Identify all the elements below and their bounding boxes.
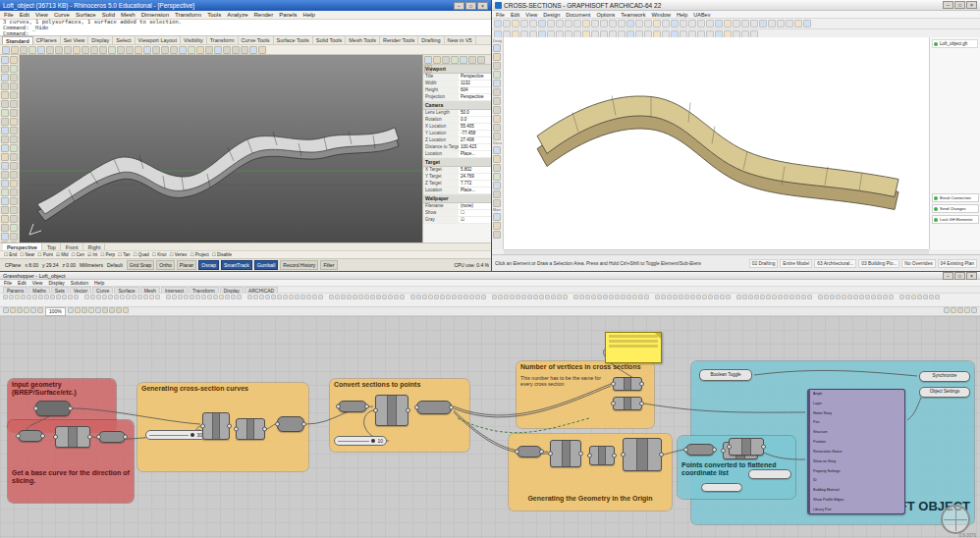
rhino-tool-icon[interactable] — [10, 215, 18, 223]
quick-option-dropdown[interactable]: 02 Drafting — [749, 259, 778, 268]
rhino-tool-icon[interactable] — [10, 65, 18, 73]
rhino-toolbar-tab[interactable]: Drafting — [418, 36, 444, 44]
grasshopper-component-icon[interactable] — [335, 295, 340, 299]
canvas-toolbar-icon[interactable] — [102, 307, 108, 313]
grasshopper-canvas[interactable]: Input geometry (BREP/Surface/etc.) Get a… — [0, 316, 980, 538]
contour-component[interactable] — [202, 412, 230, 440]
grasshopper-component-icon[interactable] — [516, 295, 520, 299]
grasshopper-component-icon[interactable] — [690, 295, 695, 299]
grasshopper-component-icon[interactable] — [32, 295, 37, 299]
archicad-menu-item[interactable]: Window — [651, 11, 671, 18]
rhino-tool-icon[interactable] — [10, 135, 18, 143]
grasshopper-component-icon[interactable] — [481, 295, 486, 299]
canvas-toolbar-icon[interactable] — [82, 307, 87, 313]
rhino-toolbar-tab[interactable]: Transform — [207, 36, 239, 44]
grasshopper-component-icon[interactable] — [96, 295, 101, 299]
grasshopper-component-icon[interactable] — [830, 295, 835, 299]
archicad-toolbar-icon[interactable] — [786, 20, 793, 27]
rhino-toolbar-icon[interactable] — [135, 46, 142, 54]
archicad-object-component[interactable]: AngleLayerHome StoryPenStructurePosition… — [807, 389, 905, 514]
archicad-toolbar-icon[interactable] — [794, 20, 802, 27]
grasshopper-component-icon[interactable] — [312, 295, 317, 299]
osnap-checkbox[interactable]: ☐ Knot — [152, 251, 167, 258]
rhino-tool-icon[interactable] — [1, 233, 9, 241]
archicad-toolbar-icon[interactable] — [724, 20, 732, 27]
archicad-toolbar-icon[interactable] — [715, 20, 723, 27]
grasshopper-component-icon[interactable] — [644, 295, 649, 299]
vector-component[interactable] — [589, 446, 615, 465]
grasshopper-component-icon[interactable] — [62, 295, 67, 299]
gh-file-item[interactable]: Loft_object.gh — [932, 39, 978, 48]
archicad-toolbar-icon[interactable] — [529, 20, 537, 27]
canvas-toolbar-icon[interactable] — [95, 307, 101, 313]
canvas-toolbar-icon[interactable] — [24, 307, 29, 313]
rhino-toolbar-icon[interactable] — [161, 46, 169, 54]
archicad-tool-icon[interactable] — [493, 133, 501, 140]
rhino-toolbar-icon[interactable] — [179, 46, 187, 54]
rhino-toolbar-icon[interactable] — [196, 46, 204, 54]
rhino-toolbar-icon[interactable] — [28, 46, 36, 54]
archicad-toolbar-icon[interactable] — [626, 20, 634, 27]
grasshopper-component-icon[interactable] — [585, 295, 590, 299]
grasshopper-component-icon[interactable] — [102, 295, 107, 299]
grasshopper-component-icon[interactable] — [68, 295, 73, 299]
rhino-tool-icon[interactable] — [1, 206, 9, 214]
archicad-toolbar-icon[interactable] — [512, 20, 519, 27]
grasshopper-component-icon[interactable] — [667, 295, 672, 299]
rhino-tool-icon[interactable] — [10, 100, 18, 108]
grasshopper-component-icon[interactable] — [108, 295, 113, 299]
grasshopper-component-icon[interactable] — [708, 295, 713, 299]
rhino-tool-icon[interactable] — [1, 162, 9, 170]
rhino-tool-icon[interactable] — [1, 188, 9, 196]
archicad-menu-item[interactable]: Teamwork — [621, 11, 645, 18]
grasshopper-component-icon[interactable] — [166, 295, 171, 299]
grasshopper-component-icon[interactable] — [207, 295, 212, 299]
distance-slider[interactable]: 30 — [145, 430, 206, 440]
rhino-tool-icon[interactable] — [10, 153, 18, 161]
rhino-toolbar-icon[interactable] — [214, 46, 222, 54]
grasshopper-component-icon[interactable] — [300, 295, 305, 299]
osnap-checkbox[interactable]: ☑ Mid — [56, 251, 69, 258]
grasshopper-category-tab[interactable]: Vector — [70, 287, 91, 293]
properties-section-header[interactable]: Target — [423, 158, 492, 167]
grasshopper-component-icon[interactable] — [364, 295, 369, 299]
grasshopper-category-tab[interactable]: ARCHICAD — [245, 287, 278, 293]
rhino-tool-icon[interactable] — [10, 180, 18, 188]
canvas-toolbar-icon[interactable] — [964, 307, 970, 313]
grasshopper-component-icon[interactable] — [3, 295, 8, 299]
rhino-menu-item[interactable]: Mesh — [121, 11, 136, 19]
grasshopper-component-icon[interactable] — [475, 295, 480, 299]
minimize-button[interactable]: – — [943, 1, 953, 9]
archicad-tool-icon[interactable] — [493, 182, 501, 189]
rhino-tool-icon[interactable] — [10, 127, 18, 134]
rhino-perspective-viewport[interactable] — [20, 55, 422, 242]
rhino-menu-item[interactable]: View — [35, 11, 48, 19]
grasshopper-category-tab[interactable]: Sets — [51, 287, 69, 293]
grasshopper-component-icon[interactable] — [422, 295, 427, 299]
minimize-button[interactable]: – — [943, 272, 953, 280]
archicad-toolbar-icon[interactable] — [671, 20, 679, 27]
grasshopper-component-icon[interactable] — [353, 295, 357, 299]
grasshopper-component-icon[interactable] — [201, 295, 206, 299]
grasshopper-component-icon[interactable] — [172, 295, 177, 299]
rhino-tool-icon[interactable] — [10, 56, 18, 64]
grasshopper-component-icon[interactable] — [410, 295, 415, 299]
section-component[interactable] — [236, 418, 265, 440]
archicad-toolbar-icon[interactable] — [609, 20, 617, 27]
quick-option-dropdown[interactable]: No Overrides — [901, 259, 935, 268]
sections-output-param[interactable] — [277, 416, 304, 432]
archicad-toolbar-icon[interactable] — [750, 20, 758, 27]
count-slider[interactable]: 10 — [334, 436, 387, 446]
grasshopper-component-icon[interactable] — [469, 295, 474, 299]
grasshopper-component-icon[interactable] — [376, 295, 381, 299]
grasshopper-component-icon[interactable] — [772, 295, 777, 299]
grasshopper-component-icon[interactable] — [492, 295, 497, 299]
grasshopper-component-icon[interactable] — [859, 295, 864, 299]
close-button[interactable]: × — [966, 272, 977, 280]
grasshopper-component-icon[interactable] — [911, 295, 916, 299]
rhino-panel-tab-icon[interactable] — [424, 56, 432, 64]
rhino-panel-tab-icon[interactable] — [451, 56, 459, 64]
grasshopper-component-icon[interactable] — [673, 295, 678, 299]
grasshopper-component-icon[interactable] — [551, 295, 556, 299]
grasshopper-category-tab[interactable]: Mesh — [140, 287, 160, 293]
